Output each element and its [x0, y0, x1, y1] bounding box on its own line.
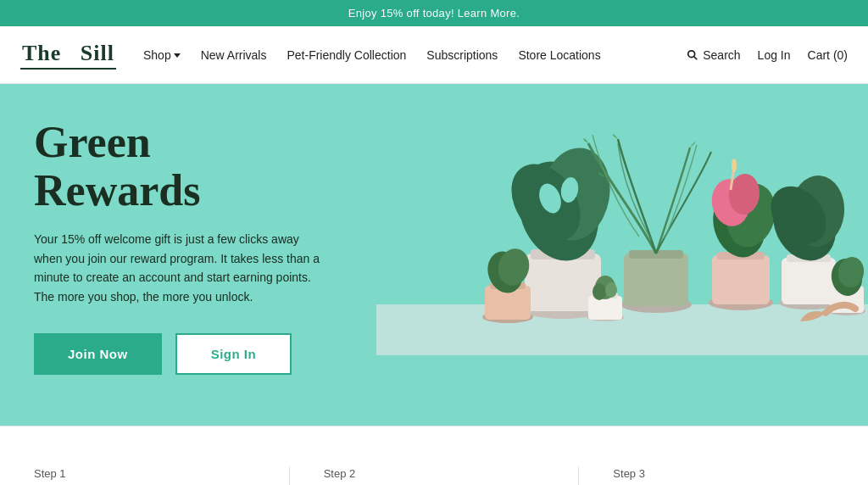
hero-title: Green Rewards — [34, 118, 322, 215]
nav-item-shop[interactable]: Shop — [143, 48, 181, 62]
svg-line-1 — [694, 56, 698, 59]
svg-point-23 — [732, 159, 737, 172]
navbar: The Sill Shop New Arrivals Pet-Friendly … — [0, 26, 868, 84]
nav-link-store-locations[interactable]: Store Locations — [518, 48, 600, 62]
promo-banner: Enjoy 15% off today! Learn More. — [0, 0, 868, 26]
hero-description: Your 15% off welcome gift is just a few … — [34, 230, 322, 306]
plants-svg — [376, 84, 868, 355]
hero-plants-illustration — [376, 84, 868, 355]
svg-point-0 — [688, 50, 695, 57]
step-2-label: Step 2 — [324, 467, 545, 480]
step-1-label: Step 1 — [34, 467, 255, 480]
hero-section: Green Rewards Your 15% off welcome gift … — [0, 84, 868, 426]
steps-section: Step 1 Join Create an account to save on… — [0, 426, 868, 485]
step-2: Step 2 Earn Start shopping and earn 1 po… — [290, 467, 580, 485]
banner-text: Enjoy 15% off today! Learn More. — [348, 7, 520, 20]
nav-item-store-locations[interactable]: Store Locations — [518, 47, 600, 63]
svg-point-44 — [593, 283, 606, 300]
svg-rect-16 — [712, 255, 770, 304]
step-3: Step 3 Unlock Enjoy exclusive benefits a… — [579, 467, 868, 485]
nav-link-cart[interactable]: Cart (0) — [808, 48, 848, 62]
svg-rect-13 — [624, 254, 688, 306]
logo-text: The Sill — [22, 41, 114, 65]
nav-item-login[interactable]: Log In — [758, 47, 791, 63]
step-1: Step 1 Join Create an account to save on… — [0, 467, 290, 485]
chevron-down-icon — [174, 53, 181, 58]
nav-link-shop[interactable]: Shop — [143, 48, 181, 62]
hero-content: Green Rewards Your 15% off welcome gift … — [0, 84, 356, 426]
nav-item-subscriptions[interactable]: Subscriptions — [426, 47, 498, 63]
nav-actions: Search Log In Cart (0) — [687, 47, 848, 63]
svg-rect-41 — [588, 296, 622, 320]
search-icon — [687, 49, 698, 61]
nav-item-pet-friendly[interactable]: Pet-Friendly Collection — [287, 47, 406, 63]
svg-point-45 — [605, 282, 617, 298]
step-3-label: Step 3 — [613, 467, 834, 480]
svg-rect-25 — [782, 258, 836, 304]
nav-item-search[interactable]: Search — [687, 48, 740, 62]
nav-item-cart[interactable]: Cart (0) — [808, 47, 848, 63]
nav-link-new-arrivals[interactable]: New Arrivals — [201, 48, 267, 62]
nav-item-new-arrivals[interactable]: New Arrivals — [201, 47, 267, 63]
join-now-button[interactable]: Join Now — [34, 333, 162, 375]
nav-link-login[interactable]: Log In — [758, 48, 791, 62]
nav-label-shop: Shop — [143, 48, 171, 62]
nav-link-pet-friendly[interactable]: Pet-Friendly Collection — [287, 48, 406, 62]
nav-link-search[interactable]: Search — [687, 48, 740, 62]
logo[interactable]: The Sill — [20, 41, 116, 70]
sign-in-button[interactable]: Sign In — [175, 333, 292, 375]
nav-links: Shop New Arrivals Pet-Friendly Collectio… — [143, 47, 687, 63]
hero-buttons: Join Now Sign In — [34, 333, 322, 375]
nav-link-subscriptions[interactable]: Subscriptions — [426, 48, 498, 62]
